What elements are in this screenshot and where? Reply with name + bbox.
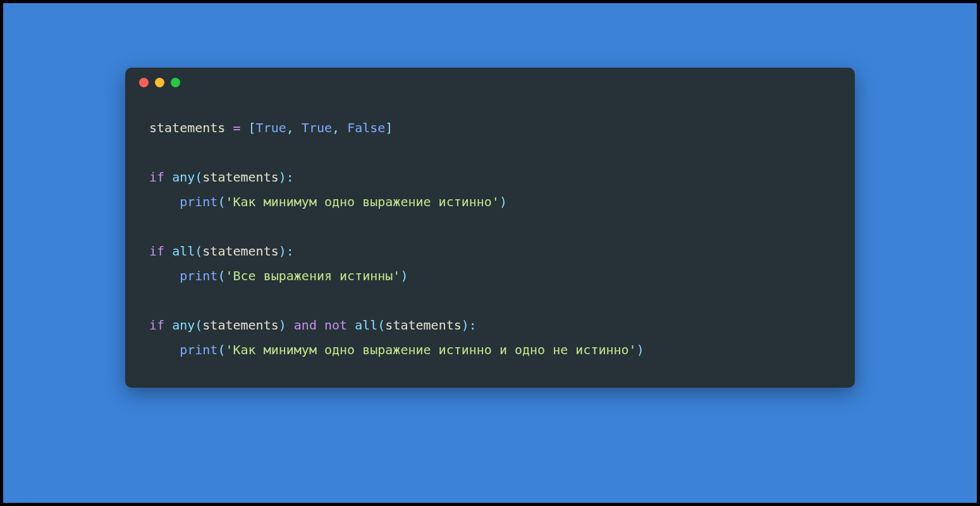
- token-paren-open: (: [217, 194, 225, 209]
- token-bool-true: True: [302, 120, 332, 135]
- token-colon: :: [469, 318, 477, 333]
- token-func-any: any: [172, 170, 195, 185]
- code-window: statements = [True, True, False] if any(…: [125, 68, 855, 388]
- token-paren-close: ): [499, 194, 507, 209]
- token-func-print: print: [180, 268, 217, 283]
- token-bracket-open: [: [248, 120, 256, 135]
- token-paren-open: (: [195, 244, 202, 259]
- token-colon: :: [286, 244, 294, 259]
- token-string: 'Как минимум одно выражение истинно': [225, 194, 499, 209]
- token-variable: statements: [202, 170, 278, 185]
- close-icon[interactable]: [139, 78, 149, 87]
- token-variable: statements: [202, 244, 278, 259]
- token-string: 'Как минимум одно выражение истинно и од…: [225, 342, 636, 357]
- token-bracket-close: ]: [385, 120, 393, 135]
- code-line-4: print('Как минимум одно выражение истинн…: [149, 194, 507, 209]
- window-titlebar: [125, 68, 855, 97]
- token-paren-close: ): [279, 170, 286, 185]
- code-line-7: print('Все выражения истинны'): [149, 268, 408, 283]
- token-keyword-if: if: [149, 244, 164, 259]
- code-line-6: if all(statements):: [149, 244, 294, 259]
- token-variable: statements: [385, 318, 461, 333]
- maximize-icon[interactable]: [171, 78, 180, 87]
- token-paren-open: (: [377, 318, 385, 333]
- token-variable: statements: [202, 318, 278, 333]
- token-paren-close: ): [462, 318, 469, 333]
- token-paren-close: ): [279, 318, 286, 333]
- token-colon: :: [286, 170, 294, 185]
- token-comma: ,: [332, 120, 347, 135]
- token-keyword-not: not: [324, 318, 347, 333]
- token-paren-open: (: [217, 268, 225, 283]
- code-block: statements = [True, True, False] if any(…: [125, 97, 855, 388]
- token-keyword-if: if: [149, 170, 164, 185]
- token-bool-true: True: [256, 120, 286, 135]
- token-paren-close: ): [279, 244, 286, 259]
- token-func-all: all: [172, 244, 195, 259]
- token-paren-open: (: [195, 170, 202, 185]
- token-keyword-and: and: [294, 318, 317, 333]
- code-line-3: if any(statements):: [149, 170, 294, 185]
- minimize-icon[interactable]: [155, 78, 164, 87]
- token-func-print: print: [180, 342, 217, 357]
- token-operator: =: [225, 120, 248, 135]
- token-variable: statements: [149, 120, 225, 135]
- code-line-9: if any(statements) and not all(statement…: [149, 318, 477, 333]
- token-func-print: print: [180, 194, 217, 209]
- token-comma: ,: [286, 120, 302, 135]
- token-func-all: all: [355, 318, 377, 333]
- token-paren-open: (: [217, 342, 225, 357]
- token-paren-close: ): [400, 268, 408, 283]
- token-paren-open: (: [195, 318, 202, 333]
- page-background: statements = [True, True, False] if any(…: [3, 3, 977, 503]
- token-paren-close: ): [637, 342, 644, 357]
- token-bool-false: False: [347, 120, 385, 135]
- code-line-1: statements = [True, True, False]: [149, 120, 393, 135]
- token-keyword-if: if: [149, 318, 164, 333]
- code-line-10: print('Как минимум одно выражение истинн…: [149, 342, 644, 357]
- token-string: 'Все выражения истинны': [225, 268, 400, 283]
- token-func-any: any: [172, 318, 195, 333]
